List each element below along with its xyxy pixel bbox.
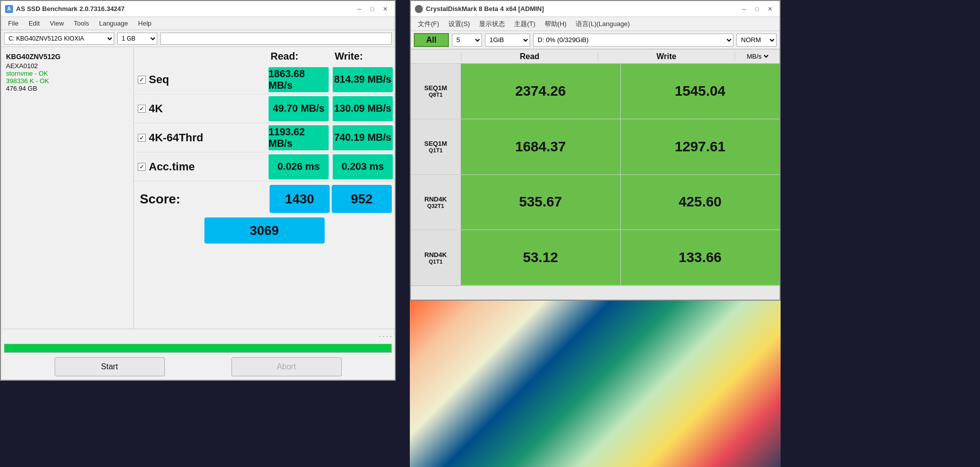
- cdm-menu-settings[interactable]: 设置(S): [444, 19, 474, 30]
- bench-row-4k64: ✓ 4K-64Thrd 1193.62 MB/s 740.19 MB/s: [134, 123, 395, 152]
- bench-label-seq: ✓ Seq: [134, 73, 267, 86]
- bench-read-header: Read:: [267, 51, 331, 62]
- cdm-window: CrystalDiskMark 8 Beta 4 x64 [ADMIN] ─ □…: [410, 0, 781, 301]
- cdm-write-2: 425.60: [621, 175, 780, 230]
- as-ssd-window: A AS SSD Benchmark 2.0.7316.34247 ─ □ ✕ …: [0, 0, 396, 381]
- cdm-row-rnd4k-q1t1: RND4K Q1T1 53.12 133.66: [411, 230, 780, 286]
- bench-row-4k: ✓ 4K 49.70 MB/s 130.09 MB/s: [134, 94, 395, 123]
- cdm-label-rnd4k-q32t1: RND4K Q32T1: [411, 175, 461, 230]
- cdm-col-headers: Read Write MB/s: [411, 50, 780, 64]
- cdm-drive-select[interactable]: D: 0% (0/329GiB): [533, 34, 733, 47]
- bench-label-4k: ✓ 4K: [134, 102, 267, 115]
- drive-model: KBG40ZNV512G: [6, 52, 128, 62]
- status-dashes: - - - -: [379, 333, 392, 340]
- cdm-unit-dropdown[interactable]: MB/s: [745, 52, 770, 61]
- cdm-label-main-0: SEQ1M: [424, 84, 447, 92]
- bench-label-4k64: ✓ 4K-64Thrd: [134, 131, 267, 144]
- cdm-title: CrystalDiskMark 8 Beta 4 x64 [ADMIN]: [426, 5, 544, 13]
- menu-edit[interactable]: Edit: [24, 19, 45, 28]
- cdm-count-select[interactable]: 5: [452, 34, 482, 47]
- size-select[interactable]: 1 GB: [117, 33, 157, 45]
- cdm-label-sub-1: Q1T1: [429, 147, 443, 153]
- cdm-write-header: Write: [598, 52, 734, 61]
- drive-select[interactable]: C: KBG40ZNV512G KIOXIA: [4, 33, 114, 45]
- seq-write-value: 814.39 MB/s: [333, 67, 393, 92]
- bench-write-header: Write:: [331, 51, 395, 62]
- cdm-mode-select[interactable]: NORM: [737, 34, 777, 47]
- toolbar-input[interactable]: [160, 33, 392, 45]
- 4k-write-value: 130.09 MB/s: [333, 96, 393, 121]
- cdm-row-seq1m-q1t1: SEQ1M Q1T1 1684.37 1297.61: [411, 119, 780, 175]
- as-ssd-titlebar: A AS SSD Benchmark 2.0.7316.34247 ─ □ ✕: [1, 1, 395, 17]
- score-write: 952: [332, 185, 392, 213]
- info-panel: KBG40ZNV512G AEXA0102 stornvme - OK 3983…: [1, 47, 134, 329]
- cdm-row-rnd4k-q32t1: RND4K Q32T1 535.67 425.60: [411, 175, 780, 230]
- cdm-read-3: 53.12: [461, 230, 621, 285]
- cdm-maximize-button[interactable]: □: [752, 4, 763, 15]
- label-4k: 4K: [149, 102, 163, 115]
- score-label: Score:: [136, 191, 269, 207]
- maximize-button[interactable]: □: [367, 4, 378, 15]
- label-seq: Seq: [149, 73, 169, 86]
- cdm-all-button[interactable]: All: [414, 33, 449, 47]
- bench-area: Read: Write: ✓ Seq 1863.68 MB/s 814.39 M…: [134, 47, 395, 329]
- cdm-label-main-2: RND4K: [424, 195, 447, 203]
- minimize-button[interactable]: ─: [354, 4, 365, 15]
- cdm-minimize-button[interactable]: ─: [739, 4, 750, 15]
- label-4k64: 4K-64Thrd: [149, 131, 203, 144]
- progress-bar-fill: [5, 344, 391, 352]
- score-read: 1430: [270, 185, 330, 213]
- bench-header-row: Read: Write:: [134, 47, 395, 65]
- cdm-size-select[interactable]: 1GiB: [485, 34, 530, 47]
- cdm-menu-language[interactable]: 语言(L)(Language): [572, 19, 634, 30]
- checkbox-4k64[interactable]: ✓: [138, 134, 146, 142]
- cdm-read-0: 2374.26: [461, 64, 621, 119]
- cdm-unit-select[interactable]: MB/s: [734, 52, 780, 61]
- cdm-close-button[interactable]: ✕: [765, 4, 776, 15]
- as-ssd-toolbar: C: KBG40ZNV512G KIOXIA 1 GB: [1, 30, 395, 47]
- 4k64-read-value: 1193.62 MB/s: [269, 125, 329, 150]
- main-content: KBG40ZNV512G AEXA0102 stornvme - OK 3983…: [1, 47, 395, 329]
- close-button[interactable]: ✕: [380, 4, 391, 15]
- cdm-window-controls: ─ □ ✕: [739, 4, 776, 15]
- checkbox-acctime[interactable]: ✓: [138, 163, 146, 171]
- score-row: Score: 1430 952: [134, 181, 395, 216]
- cdm-label-main-3: RND4K: [424, 251, 447, 259]
- bench-row-seq: ✓ Seq 1863.68 MB/s 814.39 MB/s: [134, 65, 395, 94]
- drive-firmware: AEXA0102: [6, 62, 128, 70]
- cdm-menu-display[interactable]: 显示状态: [475, 19, 509, 30]
- checkbox-seq[interactable]: ✓: [138, 76, 146, 84]
- as-ssd-title: AS SSD Benchmark 2.0.7316.34247: [16, 5, 125, 13]
- menu-view[interactable]: View: [45, 19, 69, 28]
- cdm-app-icon: [415, 5, 423, 13]
- 4k64-write-value: 740.19 MB/s: [333, 125, 393, 150]
- cdm-label-sub-0: Q8T1: [429, 92, 443, 98]
- acctime-read-value: 0.026 ms: [269, 154, 329, 179]
- abort-button[interactable]: Abort: [231, 357, 342, 376]
- seq-read-value: 1863.68 MB/s: [269, 67, 329, 92]
- cdm-menu-theme[interactable]: 主题(T): [510, 19, 540, 30]
- start-button[interactable]: Start: [55, 357, 165, 376]
- cdm-label-sub-3: Q1T1: [429, 259, 443, 265]
- cdm-menu-help[interactable]: 帮助(H): [541, 19, 571, 30]
- menu-tools[interactable]: Tools: [69, 19, 94, 28]
- menu-file[interactable]: File: [3, 19, 24, 28]
- bench-label-acctime: ✓ Acc.time: [134, 160, 267, 173]
- cdm-label-seq1m-q1t1: SEQ1M Q1T1: [411, 119, 461, 174]
- window-controls: ─ □ ✕: [354, 4, 391, 15]
- cdm-results: Read Write MB/s SEQ1M Q8T1 2374.26 1545.…: [411, 49, 780, 300]
- cdm-menubar: 文件(F) 设置(S) 显示状态 主题(T) 帮助(H) 语言(L)(Langu…: [411, 17, 780, 31]
- bench-row-acctime: ✓ Acc.time 0.026 ms 0.203 ms: [134, 152, 395, 181]
- cdm-menu-file[interactable]: 文件(F): [414, 19, 443, 30]
- menu-help[interactable]: Help: [133, 19, 157, 28]
- menu-language[interactable]: Language: [94, 19, 133, 28]
- cdm-row-seq1m-q8t1: SEQ1M Q8T1 2374.26 1545.04: [411, 64, 780, 119]
- cdm-write-1: 1297.61: [621, 119, 780, 174]
- as-ssd-menubar: File Edit View Tools Language Help: [1, 17, 395, 30]
- cdm-titlebar: CrystalDiskMark 8 Beta 4 x64 [ADMIN] ─ □…: [411, 1, 780, 17]
- checkbox-4k[interactable]: ✓: [138, 105, 146, 113]
- cdm-read-1: 1684.37: [461, 119, 621, 174]
- driver-status: stornvme - OK: [6, 70, 128, 77]
- cdm-label-seq1m-q8t1: SEQ1M Q8T1: [411, 64, 461, 119]
- cdm-label-main-1: SEQ1M: [424, 140, 447, 147]
